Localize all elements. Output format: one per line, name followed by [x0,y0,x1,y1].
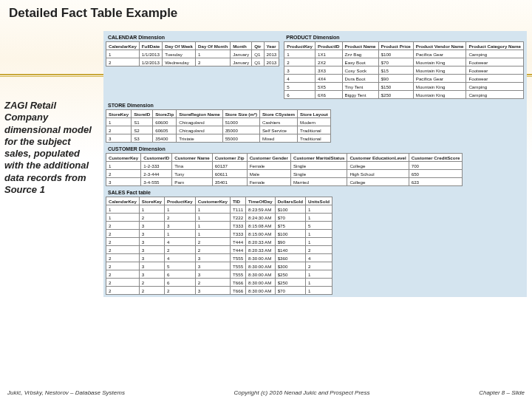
table-row: 1111T1118:23:59 AM$1001 [106,205,332,214]
cell: 2 [106,279,140,287]
cell: Female [247,162,290,170]
cell: $90 [275,238,305,246]
cell: 8:23:59 AM [246,205,276,214]
col-header: StoreID [132,110,153,118]
cell: Mountain King [413,58,466,66]
table-row: 1S160600Chicagoland51000CashiersModern [106,118,331,126]
cell: 3-4-555 [141,178,172,186]
cell: Cosy Sock [342,66,378,75]
cell: $15 [378,66,413,75]
cell: 35000 [222,126,259,134]
col-header: CustomerKey [106,154,141,162]
cell: 3 [139,262,164,270]
cell: $250 [275,270,305,279]
cell: 4 [306,254,332,262]
col-header: TID [230,197,245,205]
cell: 3 [139,230,164,238]
cell: 8:30:00 AM [246,270,276,279]
table-row: 2311T3338:15:00 AM$1001 [106,230,332,238]
col-header: Customer Gender [247,154,290,162]
cell: T555 [230,254,245,262]
col-header: StoreKey [139,197,164,205]
cell: 5 [284,83,316,91]
col-header: Customer CreditScore [409,154,463,162]
col-header: Customer MaritalStatus [290,154,347,162]
cell: Wednesday [163,58,196,66]
cell: 2 [165,214,196,222]
cell: 60605 [153,126,177,134]
col-header: CustomerID [141,154,172,162]
col-header: DollarsSold [275,197,305,205]
cell: Male [247,170,290,178]
cell: 35400 [153,134,177,143]
cell: Mountain King [413,66,466,75]
col-header: Store Layout [298,110,331,118]
table-row: 44X4Dura Boot$90Pacifica GearFootwear [284,75,524,83]
cell: Modern [298,118,331,126]
table-row: 33-4-555Pam35401FemaleMarriedCollege623 [106,178,463,186]
cell: 6X6 [316,91,343,99]
cell: 1 [139,205,164,214]
cell: 2 [106,270,140,279]
cell: 2-3-444 [141,170,172,178]
cell: Dura Boot [342,75,378,83]
col-header: CalendarKey [106,197,140,205]
table-row: 33X3Cosy Sock$15Mountain KingFootwear [284,66,524,75]
cell: 2 [139,279,164,287]
col-header: ProductID [316,42,343,50]
cell: $70 [378,58,413,66]
sales-fact: SALES Fact table CalendarKeyStoreKeyProd… [106,188,525,295]
cell: 2 [106,230,140,238]
table-row: 2331T3338:15:08 AM$755 [106,222,332,230]
cell: Mountain King [413,83,466,91]
cell: 2 [195,246,230,254]
cell: Tina [172,162,212,170]
cell: 3 [139,238,164,246]
cell: T666 [230,279,245,287]
table-row: 2343T5558:30:00 AM$3604 [106,254,332,262]
cell: 8:30:00 AM [246,262,276,270]
table-row: 11X1Zzz Bag$100Pacifica GearCamping [284,50,524,58]
cell: January [231,58,252,66]
cell: 3 [195,287,230,295]
cell: 5 [306,222,332,230]
cell: $100 [378,50,413,58]
cell: $90 [378,75,413,83]
cell: 623 [409,178,463,186]
cell: 700 [409,162,463,170]
sales-table: CalendarKeyStoreKeyProductKeyCustomerKey… [106,197,332,295]
col-header: StoreRegion Name [177,110,222,118]
cell: 5 [165,262,196,270]
cell: 3 [195,262,230,270]
cell: 1 [195,230,230,238]
cell: 1 [306,230,332,238]
cell: 1 [306,205,332,214]
cell: 8:30:00 AM [246,254,276,262]
cell: 2 [106,126,132,134]
col-header: CalendarKey [106,42,140,50]
cell: 4 [165,254,196,262]
col-header: Month [231,42,252,50]
cell: 3 [106,134,132,143]
cell: 8:30:00 AM [246,287,276,295]
cell: Married [290,178,347,186]
cell: 3 [139,246,164,254]
col-header: Year [264,42,279,50]
cell: 3 [106,178,141,186]
cell: Tony [172,170,212,178]
table-row: 66X6Biggy Tent$250Mountain KingCamping [284,91,524,99]
cell: 2 [165,287,196,295]
col-header: Qtr [252,42,264,50]
cell: Biggy Tent [342,91,378,99]
cell: Tiny Tent [342,83,378,91]
cell: 2 [195,279,230,287]
footer: Jukić, Vrbsky, Nestorov – Database Syste… [0,389,532,396]
table-title: CALENDAR Dimension [106,33,279,41]
col-header: ProductKey [284,42,316,50]
cell: 5X5 [316,83,343,91]
cell: S2 [132,126,153,134]
col-header: TimeOfDay [246,197,276,205]
col-header: Customer EducationLevel [347,154,409,162]
table-row: 55X5Tiny Tent$150Mountain KingCamping [284,83,524,91]
cell: 2 [106,262,140,270]
